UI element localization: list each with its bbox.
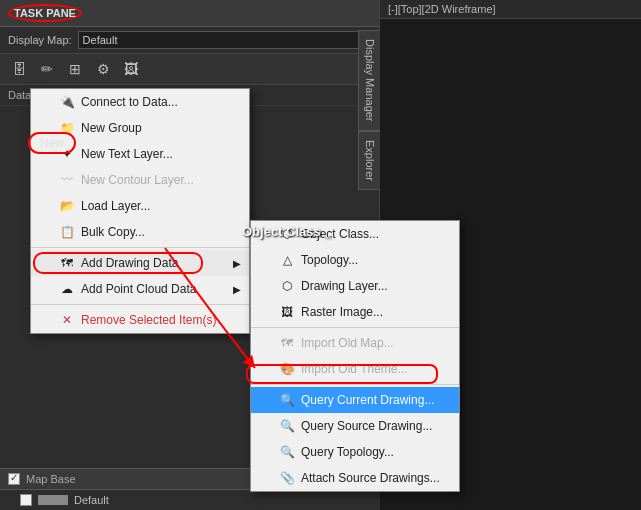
separator-sub-2 bbox=[251, 384, 459, 385]
menu-query-current-label: Query Current Drawing... bbox=[301, 393, 435, 407]
display-map-label: Display Map: bbox=[8, 34, 72, 46]
default-layer-color bbox=[38, 495, 68, 505]
object-class-icon: ⬡ bbox=[279, 226, 295, 242]
new-group-icon: 📁 bbox=[59, 120, 75, 136]
map-layer-item: Default bbox=[0, 490, 380, 510]
menu-import-old-theme: 🎨 Import Old Theme... bbox=[251, 356, 459, 382]
raster-image-icon: 🖼 bbox=[279, 304, 295, 320]
menu-topology-label: Topology... bbox=[301, 253, 435, 267]
topology-icon: △ bbox=[279, 252, 295, 268]
menu-new-text-layer[interactable]: ✦ New Text Layer... bbox=[31, 141, 249, 167]
menu-new-contour-label: New Contour Layer... bbox=[81, 173, 225, 187]
menu-object-class-label: Object Class... bbox=[301, 227, 435, 241]
image-icon[interactable]: 🖼 bbox=[120, 58, 142, 80]
menu-remove-selected[interactable]: ✕ Remove Selected Item(s) bbox=[31, 307, 249, 333]
menu-add-drawing-label: Add Drawing Data bbox=[81, 256, 225, 270]
menu-attach-source[interactable]: 📎 Attach Source Drawings... bbox=[251, 465, 459, 491]
query-topology-icon: 🔍 bbox=[279, 444, 295, 460]
new-contour-icon: 〰 bbox=[59, 172, 75, 188]
menu-add-point-cloud-label: Add Point Cloud Data bbox=[81, 282, 225, 296]
separator-2 bbox=[31, 304, 249, 305]
menu-add-drawing-data[interactable]: 🗺 Add Drawing Data bbox=[31, 250, 249, 276]
display-map-select[interactable]: Default bbox=[78, 31, 371, 49]
data-label: Data bbox=[8, 89, 31, 101]
bulk-copy-icon: 📋 bbox=[59, 224, 75, 240]
menu-load-layer-label: Load Layer... bbox=[81, 199, 225, 213]
task-pane-header: TASK PANE bbox=[0, 0, 379, 27]
task-pane-title: TASK PANE bbox=[8, 4, 82, 22]
menu-query-topology[interactable]: 🔍 Query Topology... bbox=[251, 439, 459, 465]
explorer-tab[interactable]: Explorer bbox=[358, 131, 380, 190]
menu-drawing-layer[interactable]: ⬡ Drawing Layer... bbox=[251, 273, 459, 299]
grid-icon[interactable]: ⊞ bbox=[64, 58, 86, 80]
side-tabs: Display Manager Explorer bbox=[358, 30, 380, 190]
query-source-icon: 🔍 bbox=[279, 418, 295, 434]
menu-query-source-label: Query Source Drawing... bbox=[301, 419, 435, 433]
load-layer-icon: 📂 bbox=[59, 198, 75, 214]
context-menu-1: 🔌 Connect to Data... 📁 New Group ✦ New T… bbox=[30, 88, 250, 334]
default-layer-checkbox[interactable] bbox=[20, 494, 32, 506]
drawing-layer-icon: ⬡ bbox=[279, 278, 295, 294]
menu-bulk-copy[interactable]: 📋 Bulk Copy... bbox=[31, 219, 249, 245]
menu-topology[interactable]: △ Topology... bbox=[251, 247, 459, 273]
query-current-icon: 🔍 bbox=[279, 392, 295, 408]
menu-connect[interactable]: 🔌 Connect to Data... bbox=[31, 89, 249, 115]
menu-raster-image-label: Raster Image... bbox=[301, 305, 435, 319]
menu-new-group-label: New Group bbox=[81, 121, 225, 135]
attach-source-icon: 📎 bbox=[279, 470, 295, 486]
menu-import-old-theme-label: Import Old Theme... bbox=[301, 362, 435, 376]
import-old-map-icon: 🗺 bbox=[279, 335, 295, 351]
menu-query-current[interactable]: 🔍 Query Current Drawing... bbox=[251, 387, 459, 413]
database-icon[interactable]: 🗄 bbox=[8, 58, 30, 80]
menu-query-source[interactable]: 🔍 Query Source Drawing... bbox=[251, 413, 459, 439]
map-base-label: Map Base bbox=[26, 473, 76, 485]
menu-remove-label: Remove Selected Item(s) bbox=[81, 313, 225, 327]
menu-new-text-label: New Text Layer... bbox=[81, 147, 225, 161]
import-old-theme-icon: 🎨 bbox=[279, 361, 295, 377]
menu-import-old-map-label: Import Old Map... bbox=[301, 336, 435, 350]
connect-icon: 🔌 bbox=[59, 94, 75, 110]
remove-icon: ✕ bbox=[59, 312, 75, 328]
menu-object-class[interactable]: ⬡ Object Class... bbox=[251, 221, 459, 247]
map-base-checkbox[interactable] bbox=[8, 473, 20, 485]
display-manager-tab[interactable]: Display Manager bbox=[358, 30, 380, 131]
menu-add-point-cloud[interactable]: ☁ Add Point Cloud Data bbox=[31, 276, 249, 302]
add-drawing-icon: 🗺 bbox=[59, 255, 75, 271]
display-map-row: Display Map: Default bbox=[0, 27, 379, 54]
menu-attach-source-label: Attach Source Drawings... bbox=[301, 471, 440, 485]
separator-1 bbox=[31, 247, 249, 248]
menu-drawing-layer-label: Drawing Layer... bbox=[301, 279, 435, 293]
menu-raster-image[interactable]: 🖼 Raster Image... bbox=[251, 299, 459, 325]
menu-connect-label: Connect to Data... bbox=[81, 95, 225, 109]
context-menu-2: ⬡ Object Class... △ Topology... ⬡ Drawin… bbox=[250, 220, 460, 492]
new-text-icon: ✦ bbox=[59, 146, 75, 162]
menu-new-contour-layer: 〰 New Contour Layer... bbox=[31, 167, 249, 193]
menu-import-old-map: 🗺 Import Old Map... bbox=[251, 330, 459, 356]
settings-icon[interactable]: ⚙ bbox=[92, 58, 114, 80]
default-layer-label: Default bbox=[74, 494, 109, 506]
pencil-icon[interactable]: ✏ bbox=[36, 58, 58, 80]
add-point-cloud-icon: ☁ bbox=[59, 281, 75, 297]
viewport-header: [-][Top][2D Wireframe] bbox=[380, 0, 641, 19]
menu-bulk-copy-label: Bulk Copy... bbox=[81, 225, 225, 239]
menu-query-topology-label: Query Topology... bbox=[301, 445, 435, 459]
menu-new-group[interactable]: 📁 New Group bbox=[31, 115, 249, 141]
separator-sub-1 bbox=[251, 327, 459, 328]
menu-load-layer[interactable]: 📂 Load Layer... bbox=[31, 193, 249, 219]
toolbar-row: 🗄 ✏ ⊞ ⚙ 🖼 bbox=[0, 54, 379, 85]
